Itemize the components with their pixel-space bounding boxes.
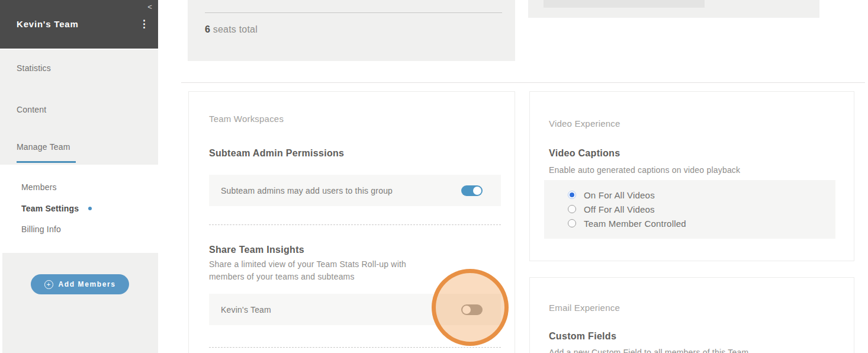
sidebar-item-billing-info[interactable]: Billing Info: [21, 223, 61, 235]
sidebar-item-team-settings-label: Team Settings: [21, 204, 79, 213]
seats-total-number: 6: [205, 24, 210, 34]
subteam-admin-permissions-heading: Subteam Admin Permissions: [209, 147, 344, 159]
sidebar-item-team-settings[interactable]: Team Settings: [21, 203, 92, 214]
share-team-insights-heading: Share Team Insights: [209, 244, 304, 256]
radio-option-off-for-all-videos[interactable]: Off For All Videos: [568, 202, 835, 216]
seats-divider: [205, 12, 502, 13]
radio-selected-icon[interactable]: [568, 191, 576, 199]
seats-summary-box: 6 seats total: [188, 0, 515, 61]
active-nav-underline: [17, 161, 76, 163]
add-members-label: Add Members: [59, 280, 116, 288]
top-right-inner-bar: [544, 0, 705, 8]
seats-total-text: 6 seats total: [205, 24, 258, 35]
top-right-card-fragment: [528, 0, 819, 18]
dashed-divider: [209, 224, 501, 225]
collapse-sidebar-icon[interactable]: <: [147, 2, 152, 12]
subteam-admins-row-label: Subteam admins may add users to this gro…: [221, 185, 393, 197]
toggle-knob: [473, 187, 481, 195]
video-experience-title: Video Experience: [549, 118, 621, 130]
video-captions-heading: Video Captions: [549, 147, 620, 159]
dashed-divider: [209, 347, 501, 348]
radio-option-on-for-all-videos[interactable]: On For All Videos: [568, 188, 835, 202]
click-highlight-circle: [432, 269, 509, 346]
email-experience-title: Email Experience: [549, 302, 620, 314]
section-divider: [181, 82, 865, 83]
plus-circle-icon: +: [44, 280, 53, 289]
video-experience-card: Video Experience Video Captions Enable a…: [529, 91, 854, 261]
seats-total-suffix: seats total: [210, 24, 258, 34]
video-captions-options-box: On For All Videos Off For All Videos Tea…: [544, 180, 835, 239]
sidebar-item-members[interactable]: Members: [21, 181, 57, 193]
radio-option-label: On For All Videos: [584, 190, 655, 200]
radio-unselected-icon[interactable]: [568, 219, 576, 227]
subteam-admins-row: Subteam admins may add users to this gro…: [209, 175, 501, 206]
team-settings-page: < Kevin's Team ⋮ Statistics Content Mana…: [0, 0, 868, 353]
sidebar-item-manage-team[interactable]: Manage Team: [17, 141, 70, 153]
kevins-team-row-label: Kevin's Team: [221, 304, 271, 316]
sidebar-footer-panel: + Add Members: [2, 253, 158, 353]
radio-option-label: Team Member Controlled: [584, 219, 686, 229]
radio-unselected-icon[interactable]: [568, 205, 576, 213]
share-team-insights-description: Share a limited view of your Team Stats …: [209, 258, 429, 283]
sidebar-item-statistics[interactable]: Statistics: [17, 62, 51, 74]
notification-dot: [88, 207, 92, 210]
radio-option-team-member-controlled[interactable]: Team Member Controlled: [568, 216, 835, 230]
subteam-admins-toggle[interactable]: [461, 185, 483, 196]
custom-fields-heading: Custom Fields: [549, 330, 616, 342]
kebab-menu-icon[interactable]: ⋮: [139, 15, 149, 33]
video-captions-description: Enable auto generated captions on video …: [549, 164, 740, 176]
sidebar-header: < Kevin's Team ⋮: [0, 0, 158, 49]
custom-fields-description: Add a new Custom Field to all members of…: [549, 346, 748, 353]
email-experience-card: Email Experience Custom Fields Add a new…: [529, 277, 854, 353]
team-name-title: Kevin's Team: [17, 19, 79, 29]
sidebar-nav-panel: Statistics Content Manage Team: [0, 50, 158, 165]
team-workspaces-title: Team Workspaces: [209, 113, 284, 125]
radio-option-label: Off For All Videos: [584, 204, 655, 214]
add-members-button[interactable]: + Add Members: [31, 274, 129, 294]
sidebar-item-content[interactable]: Content: [17, 104, 46, 115]
